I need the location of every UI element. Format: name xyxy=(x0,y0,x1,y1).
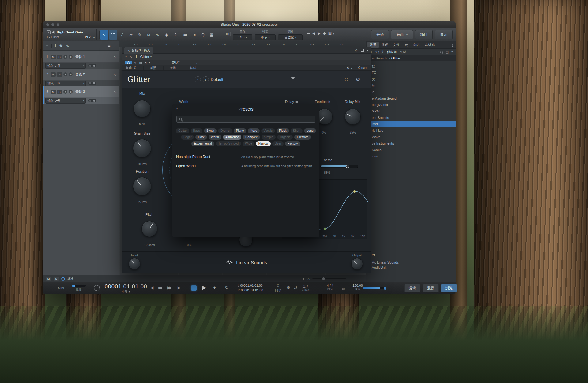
range-tool-button[interactable] xyxy=(109,30,117,40)
list-item[interactable]: ear Sounds xyxy=(366,115,456,121)
bend-tool-button[interactable]: ∿ xyxy=(153,30,162,40)
minimize-window-button[interactable] xyxy=(51,23,55,26)
tab-transient-button[interactable]: ⇥ xyxy=(190,30,198,40)
tag-bright[interactable]: Bright xyxy=(181,135,194,140)
grain-size-knob[interactable] xyxy=(133,139,151,157)
editor-tab[interactable]: ∿ 音轨 3 · 插入 xyxy=(124,47,153,54)
time-display[interactable]: 00001.01.01.00 小节 xyxy=(104,283,148,294)
list-item[interactable]: ious xyxy=(366,153,456,160)
view-browse-button[interactable]: 浏览 xyxy=(441,284,457,292)
pointer-follow-icon[interactable]: ▶ xyxy=(318,31,320,36)
mute-button[interactable]: M xyxy=(51,72,56,77)
up-small-icon[interactable]: △ xyxy=(307,277,310,280)
preset-item[interactable]: Open World A haunting echo with low cut … xyxy=(172,161,319,170)
input-knob[interactable] xyxy=(129,258,140,270)
tag-piano[interactable]: Piano xyxy=(234,128,247,133)
close-window-button[interactable] xyxy=(46,23,49,26)
input-select[interactable]: 输入 L+R xyxy=(45,98,86,104)
list-item[interactable]: 夹 xyxy=(366,76,456,82)
filter-types[interactable]: 类型 xyxy=(400,50,406,54)
output-level-meter[interactable] xyxy=(363,287,385,289)
loop-off-label[interactable]: 关 xyxy=(275,283,281,288)
pitch-knob[interactable] xyxy=(141,221,157,237)
mode-label[interactable]: 标准 xyxy=(67,277,74,281)
eraser-tool-button[interactable]: ▱ xyxy=(127,30,135,40)
search-icon[interactable] xyxy=(450,44,453,46)
nav-project-button[interactable]: 项目 xyxy=(415,30,433,39)
autoscroll-icon[interactable]: ⇤ xyxy=(307,31,310,36)
track-row-1[interactable]: 1 M S ● ◉ 音轨 1 ∿ 输入 L+R xyxy=(43,51,119,69)
track-row-2[interactable]: 2 M S ● ◉ 音轨 2 ∿ 输入 L+R xyxy=(43,69,119,86)
tag-factory[interactable]: Factory xyxy=(285,141,300,146)
tag-drums[interactable]: Drums xyxy=(218,128,232,133)
channel-mode-toggle[interactable] xyxy=(88,64,96,67)
tag-complex[interactable]: Complex xyxy=(243,135,260,140)
automation-curve-icon[interactable]: ∿ xyxy=(66,44,69,48)
tools-icon[interactable]: ⚒ xyxy=(59,44,63,48)
sync-label[interactable]: 同步 xyxy=(275,288,281,293)
filter-folders[interactable]: 文件夹 xyxy=(375,50,385,54)
loop-end-value[interactable]: 00001.01.01.00 xyxy=(241,288,263,292)
loop-locators[interactable]: L 00001.01.01.00 R 00001.01.01.00 xyxy=(238,283,263,293)
automation-mode[interactable]: 自动: 关 xyxy=(126,66,143,70)
monitor-button[interactable]: ◉ xyxy=(69,72,73,76)
output-knob[interactable] xyxy=(351,258,363,270)
metronome-icon[interactable]: △ xyxy=(303,284,305,288)
preset-item[interactable]: Nostalgic Piano Dust An old dusty piano … xyxy=(172,152,319,161)
punch-icon[interactable]: ⇄ xyxy=(294,285,297,290)
preset-search[interactable] xyxy=(176,116,315,123)
panel-icon[interactable]: ▤ xyxy=(446,50,449,54)
prev-preset-button[interactable]: ‹ xyxy=(195,76,201,82)
add-track-icon[interactable]: + xyxy=(114,44,116,48)
tag-synth[interactable]: Synth xyxy=(204,128,217,133)
track-row-3-selected[interactable]: 3 M S ● ◉ 音轨 3 ∿ 输入 L+R xyxy=(43,86,119,104)
timebase-select[interactable]: 小节 xyxy=(255,34,276,40)
eq-peak-node[interactable] xyxy=(353,190,356,193)
time-value[interactable]: 00001.01.01.00 xyxy=(104,283,148,290)
tag-creative[interactable]: Creative xyxy=(294,135,311,140)
grid-icon[interactable]: ▦ xyxy=(328,31,334,36)
info-icon[interactable]: i xyxy=(55,44,56,48)
list-item[interactable]: FX xyxy=(366,70,456,76)
list-item[interactable]: ric Halo xyxy=(366,127,456,134)
monitor-button[interactable]: ◉ xyxy=(69,90,73,94)
paint-tool-button[interactable]: ✎ xyxy=(136,30,144,40)
settings-gear-icon[interactable]: ⚙ xyxy=(356,77,360,82)
mute-button[interactable]: M xyxy=(51,90,56,94)
filter-vendors[interactable]: 供应商 xyxy=(387,50,397,54)
record-arm-button[interactable]: ● xyxy=(63,72,67,76)
nav-song-button[interactable]: 乐曲 xyxy=(391,30,413,39)
preset-item-name[interactable]: Nostalgic Piano Dust xyxy=(176,155,241,159)
list-item[interactable]: Sonus xyxy=(366,147,456,153)
next-preset-icon[interactable]: ▶ xyxy=(149,61,151,64)
tag-vocals[interactable]: Vocals xyxy=(261,128,275,133)
list-item[interactable]: 的 xyxy=(366,82,456,89)
split-tool-button[interactable]: ∕ xyxy=(118,30,126,40)
timesig-value[interactable]: 4 / 4 xyxy=(322,284,338,287)
prev-preset-icon[interactable]: ◀ xyxy=(145,61,146,64)
play-small-icon[interactable]: ▶ xyxy=(303,277,305,280)
fast-forward-button[interactable]: ▶▶ xyxy=(167,286,171,290)
device-select[interactable]: 1 - Glitter xyxy=(135,55,152,59)
tab-files[interactable]: 文件 xyxy=(391,42,402,48)
parameter-display[interactable]: A High Band Gain 1 - Glitter 19.7 xyxy=(45,29,97,40)
plugin-power-toggle[interactable] xyxy=(125,61,132,64)
mute-tool-button[interactable]: ⊘ xyxy=(145,30,153,40)
next-preset-button[interactable]: › xyxy=(203,76,209,82)
tag-narrow-selected[interactable]: Narrow xyxy=(256,141,271,146)
gear-icon[interactable]: ⚙ xyxy=(347,66,352,70)
delay-mix-knob[interactable] xyxy=(345,109,361,125)
preset-item-name[interactable]: Open World xyxy=(176,164,241,168)
list-item[interactable]: GRM xyxy=(366,108,456,115)
marker-icon[interactable]: ◆ xyxy=(323,31,326,36)
play-button[interactable]: ▶ xyxy=(202,284,206,291)
track-name[interactable]: 音轨 1 xyxy=(75,55,112,59)
tag-bass[interactable]: Bass xyxy=(191,128,202,133)
routing-icon[interactable]: ∿ xyxy=(130,55,133,59)
list-item-selected[interactable]: litter xyxy=(366,121,456,127)
paste-button[interactable]: 粘贴 xyxy=(183,66,203,70)
list-item[interactable]: le xyxy=(366,89,456,95)
list-item[interactable]: berg Audio xyxy=(366,102,456,108)
macro-button[interactable]: ▦ xyxy=(208,30,216,40)
lock-icon[interactable] xyxy=(296,101,298,103)
